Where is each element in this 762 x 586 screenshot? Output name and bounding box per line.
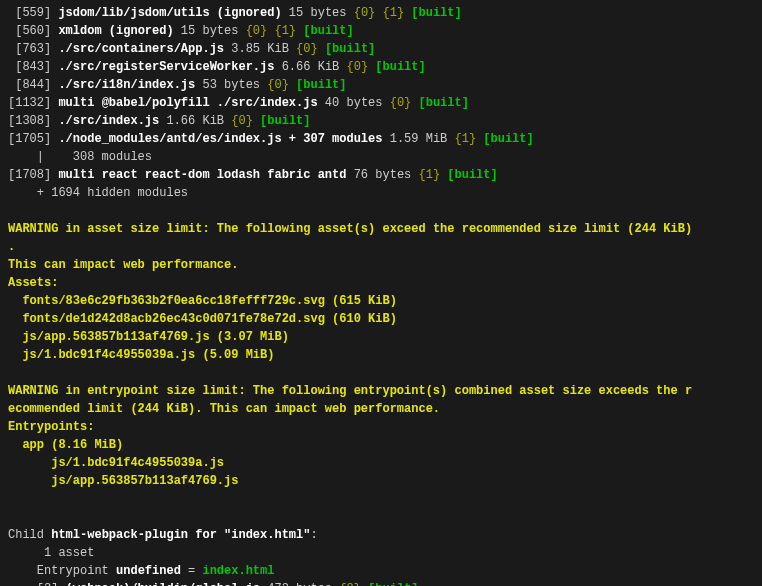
warning-line: WARNING in asset size limit: The followi… xyxy=(8,220,754,238)
module-line: [844] ./src/i18n/index.js 53 bytes {0} [… xyxy=(8,76,754,94)
module-line: [559] jsdom/lib/jsdom/utils (ignored) 15… xyxy=(8,4,754,22)
terminal-output: [559] jsdom/lib/jsdom/utils (ignored) 15… xyxy=(8,4,754,586)
module-line: [2] (webpack)/buildin/global.js 472 byte… xyxy=(8,580,754,586)
module-line: [1132] multi @babel/polyfill ./src/index… xyxy=(8,94,754,112)
module-line: [1308] ./src/index.js 1.66 KiB {0} [buil… xyxy=(8,112,754,130)
submodule-count: | 308 modules xyxy=(8,148,754,166)
child-header: Child html-webpack-plugin for "index.htm… xyxy=(8,526,754,544)
module-line: [763] ./src/containers/App.js 3.85 KiB {… xyxy=(8,40,754,58)
module-line: [1708] multi react react-dom lodash fabr… xyxy=(8,166,754,184)
asset-item: fonts/83e6c29fb363b2f0ea6cc18fefff729c.s… xyxy=(8,292,754,310)
asset-item: js/1.bdc91f4c4955039a.js (5.09 MiB) xyxy=(8,346,754,364)
module-line: [1705] ./node_modules/antd/es/index.js +… xyxy=(8,130,754,148)
module-line: [843] ./src/registerServiceWorker.js 6.6… xyxy=(8,58,754,76)
warning-line: WARNING in entrypoint size limit: The fo… xyxy=(8,382,754,400)
hidden-modules: + 1694 hidden modules xyxy=(8,184,754,202)
entrypoint-line: Entrypoint undefined = index.html xyxy=(8,562,754,580)
module-line: [560] xmldom (ignored) 15 bytes {0} {1} … xyxy=(8,22,754,40)
asset-item: js/app.563857b113af4769.js (3.07 MiB) xyxy=(8,328,754,346)
asset-item: fonts/de1d242d8acb26ec43c0d071fe78e72d.s… xyxy=(8,310,754,328)
